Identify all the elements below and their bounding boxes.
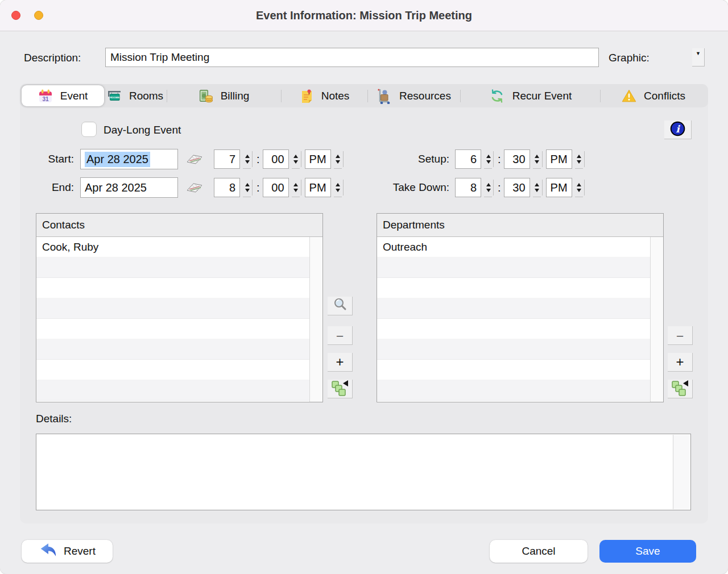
close-window-button[interactable] [11,11,20,20]
cancel-button[interactable]: Cancel [490,540,588,563]
dropdown-arrow-icon: ▼ [696,51,701,66]
tab-resources[interactable]: Resources [368,85,460,106]
setup-minute-input[interactable]: 30 [504,149,530,169]
start-date-picker-icon[interactable] [185,152,204,166]
titlebar: Event Information: Mission Trip Meeting [0,0,728,31]
tab-rooms-label: Rooms [129,90,163,102]
setup-minute-stepper[interactable] [532,149,543,169]
start-date-input[interactable]: Apr 28 2025 [80,149,178,169]
graphic-dropdown-button[interactable]: ▼ [692,48,705,66]
end-date-input[interactable]: Apr 28 2025 [80,177,178,198]
end-minute-input[interactable]: 00 [263,178,289,197]
contact-row[interactable] [36,257,322,278]
departments-body: Outreach [377,237,663,402]
department-row[interactable] [377,319,663,339]
tab-recur-event[interactable]: Recur Event [461,85,600,106]
contacts-add-button[interactable]: + [328,353,353,372]
departments-remove-button[interactable]: – [668,326,693,345]
start-label: Start: [36,153,74,165]
take-down-hour-input[interactable]: 8 [455,178,481,197]
start-meridiem-input[interactable]: PM [305,149,331,169]
contacts-scrollbar[interactable] [309,237,322,402]
departments-multi-add-button[interactable] [668,380,693,398]
setup-hour-input[interactable]: 6 [455,149,481,169]
take-down-meridiem-stepper[interactable] [574,178,585,197]
revert-button-label: Revert [64,545,96,558]
day-long-event-checkbox[interactable] [81,122,97,137]
setup-time-group: 6 : 30 PM [455,149,585,169]
end-label: End: [36,181,74,194]
setup-hour-stepper[interactable] [483,149,494,169]
departments-header: Departments [377,214,663,237]
department-row[interactable]: Outreach [377,237,663,257]
take-down-row: Take Down: 8 : 30 PM [382,177,585,198]
contacts-search-button[interactable] [328,297,353,315]
time-colon: : [498,153,501,166]
info-button[interactable]: i [664,120,692,139]
save-button[interactable]: Save [599,540,696,563]
departments-scrollbar[interactable] [650,237,663,402]
take-down-minute-stepper[interactable] [532,178,543,197]
departments-add-button[interactable]: + [668,353,693,372]
tab-notes[interactable]: Notes [282,85,367,106]
department-row[interactable] [377,278,663,298]
take-down-minute-input[interactable]: 30 [504,178,530,197]
department-row[interactable] [377,380,663,401]
description-input[interactable]: Mission Trip Meeting [105,48,599,67]
start-hour-input[interactable]: 7 [214,149,240,169]
start-meridiem-stepper[interactable] [333,149,344,169]
plus-icon: + [336,355,344,369]
money-icon [199,89,213,103]
contact-row[interactable] [36,298,322,319]
note-icon [300,89,314,103]
revert-arrow-icon [39,542,57,560]
start-hour-stepper[interactable] [242,149,253,169]
tab-rooms[interactable]: ROOMS Rooms [104,85,167,106]
revert-button[interactable]: Revert [22,540,113,563]
end-hour-stepper[interactable] [242,178,253,197]
end-date-picker-icon[interactable] [185,181,204,194]
tab-event[interactable]: 31 Event [22,85,104,106]
tab-conflicts[interactable]: Conflicts [601,85,706,106]
contacts-remove-button[interactable]: – [328,326,353,345]
department-row[interactable] [377,298,663,319]
setup-meridiem-input[interactable]: PM [546,149,572,169]
contact-row[interactable]: Cook, Ruby [36,237,322,257]
department-row[interactable] [377,257,663,278]
cancel-button-label: Cancel [522,545,555,558]
tab-billing-label: Billing [221,90,250,102]
end-row: End: Apr 28 2025 8 : 00 PM [36,177,344,198]
end-minute-stepper[interactable] [291,178,301,197]
department-row[interactable] [377,360,663,380]
svg-text:ROOMS: ROOMS [110,95,119,98]
end-meridiem-stepper[interactable] [333,178,344,197]
contact-row[interactable] [36,380,322,401]
contact-row[interactable] [36,278,322,298]
rooms-sign-icon: ROOMS [107,89,122,103]
start-minute-stepper[interactable] [291,149,301,169]
contacts-header: Contacts [36,214,322,237]
take-down-meridiem-input[interactable]: PM [546,178,572,197]
take-down-hour-stepper[interactable] [483,178,494,197]
tab-billing[interactable]: Billing [167,85,281,106]
end-hour-input[interactable]: 8 [214,178,240,197]
contact-row[interactable] [36,360,322,380]
contact-row[interactable] [36,319,322,339]
tab-bar: 31 Event ROOMS Rooms [20,84,708,107]
start-time-group: 7 : 00 PM [214,149,344,169]
contacts-multi-add-button[interactable] [328,380,353,398]
department-row[interactable] [377,339,663,360]
save-button-label: Save [635,545,660,558]
info-icon: i [669,120,686,139]
end-meridiem-input[interactable]: PM [305,178,331,197]
minus-icon: – [337,330,343,341]
start-minute-input[interactable]: 00 [263,149,289,169]
day-long-event-label: Day-Long Event [104,124,181,136]
details-scrollbar[interactable] [673,435,690,509]
end-date-value: Apr 28 2025 [85,181,147,194]
contact-row[interactable] [36,339,322,360]
minimize-window-button[interactable] [34,11,43,20]
contacts-list: Contacts Cook, Ruby [36,213,323,402]
setup-meridiem-stepper[interactable] [574,149,585,169]
details-textarea[interactable] [36,434,691,510]
